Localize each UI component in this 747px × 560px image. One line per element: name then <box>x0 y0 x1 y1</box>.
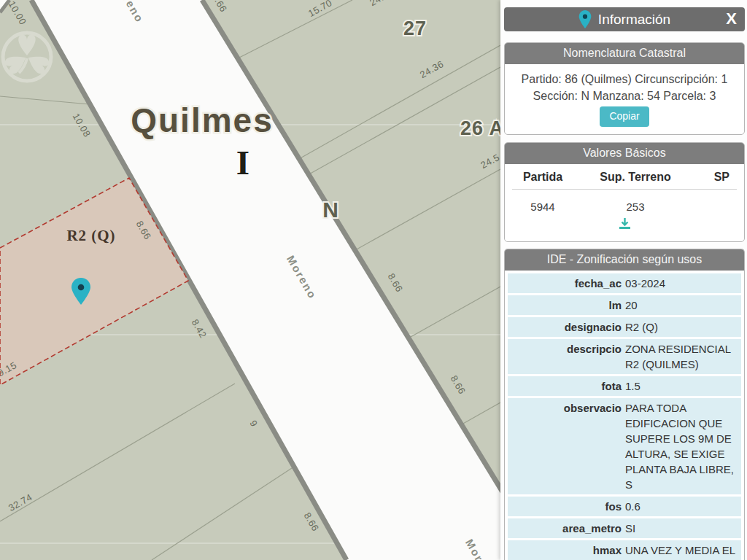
copy-button[interactable]: Copiar <box>600 106 649 127</box>
ide-row-value: 0.6 <box>625 499 738 514</box>
table-divider <box>512 189 737 190</box>
circumscription-numeral-label: I <box>236 144 249 182</box>
panel-header: Información X <box>504 7 745 31</box>
block-number-label: 26 A <box>460 117 500 139</box>
ide-row-key: observacio <box>508 400 625 492</box>
cell-partida: 5944 <box>512 201 573 213</box>
ide-row-key: designacio <box>508 319 625 335</box>
zone-code-label: R2 (Q) <box>66 227 115 244</box>
ide-row-key: fota <box>508 378 625 394</box>
valores-table-header: Partida Sup. Terreno SP <box>505 164 744 184</box>
ide-row-value: PARA TODA EDIFICACION QUE SUPERE LOS 9M … <box>625 400 738 492</box>
ide-row-key: lm <box>508 298 625 313</box>
ide-row: fecha_ac 03-2024 <box>508 273 741 293</box>
ide-row: area_metro SI <box>508 518 741 538</box>
ide-row-key: area_metro <box>508 521 625 536</box>
map-canvas[interactable]: 10.00 10.08 8.66 8.42 8.66 9 8.66 8.66 8… <box>0 0 500 560</box>
cell-sup-terreno: 253 <box>573 201 697 213</box>
section-letter-label: N <box>322 198 338 222</box>
location-pin-icon <box>578 9 592 29</box>
nomenclatura-section: Nomenclatura Catastral Partido: 86 (Quil… <box>504 42 745 135</box>
ide-row: descripcio ZONA RESIDENCIAL R2 (QUILMES) <box>508 339 741 374</box>
ide-row-key: fos <box>508 499 625 514</box>
block-number-label: 27 <box>403 18 427 39</box>
nomenclatura-line2: Sección: N Manzana: 54 Parcela: 3 <box>506 88 743 104</box>
ide-zonificacion-section: IDE - Zonificación según usos fecha_ac 0… <box>504 249 745 560</box>
cadastral-map[interactable]: 10.00 10.08 8.66 8.42 8.66 9 8.66 8.66 8… <box>0 0 500 560</box>
ide-row: fos 0.6 <box>508 497 741 516</box>
ide-row-value: 20 <box>625 298 738 313</box>
column-header-partida: Partida <box>512 171 573 184</box>
ide-row: fota 1.5 <box>508 376 741 396</box>
close-icon[interactable]: X <box>726 9 737 28</box>
table-row: 5944 253 <box>505 194 744 213</box>
nomenclatura-line1: Partido: 86 (Quilmes) Circunscripción: 1 <box>506 71 743 88</box>
ide-row: lm 20 <box>508 295 741 315</box>
ide-row-value: UNA VEZ Y MEDIA EL ANCHO DE LA CALLE <box>625 542 738 560</box>
column-header-sup-terreno: Sup. Terreno <box>573 171 697 184</box>
ide-row-value: SI <box>625 521 738 536</box>
info-panel: Información X Nomenclatura Catastral Par… <box>500 0 747 560</box>
valores-section-title: Valores Básicos <box>505 143 744 164</box>
panel-title: Información <box>598 12 670 28</box>
ide-row: observacio PARA TODA EDIFICACION QUE SUP… <box>508 398 741 494</box>
valores-section: Valores Básicos Partida Sup. Terreno SP … <box>504 142 745 242</box>
nomenclatura-section-title: Nomenclatura Catastral <box>505 43 744 64</box>
ide-row-value: ZONA RESIDENCIAL R2 (QUILMES) <box>625 341 738 372</box>
ide-row-key: hmax <box>508 542 625 560</box>
download-icon[interactable] <box>618 217 632 230</box>
ide-row-value: 03-2024 <box>625 276 738 291</box>
ide-section-title: IDE - Zonificación según usos <box>505 249 744 271</box>
ide-row: designacio R2 (Q) <box>508 317 741 337</box>
ide-row-value: 1.5 <box>625 378 738 394</box>
city-label: Quilmes <box>131 101 274 139</box>
cell-sp <box>697 201 737 213</box>
ide-row-value: R2 (Q) <box>625 319 738 335</box>
ide-row-key: fecha_ac <box>508 276 625 291</box>
ide-row: hmax UNA VEZ Y MEDIA EL ANCHO DE LA CALL… <box>508 540 741 560</box>
column-header-sp: SP <box>697 171 737 184</box>
ide-row-key: descripcio <box>508 341 625 372</box>
